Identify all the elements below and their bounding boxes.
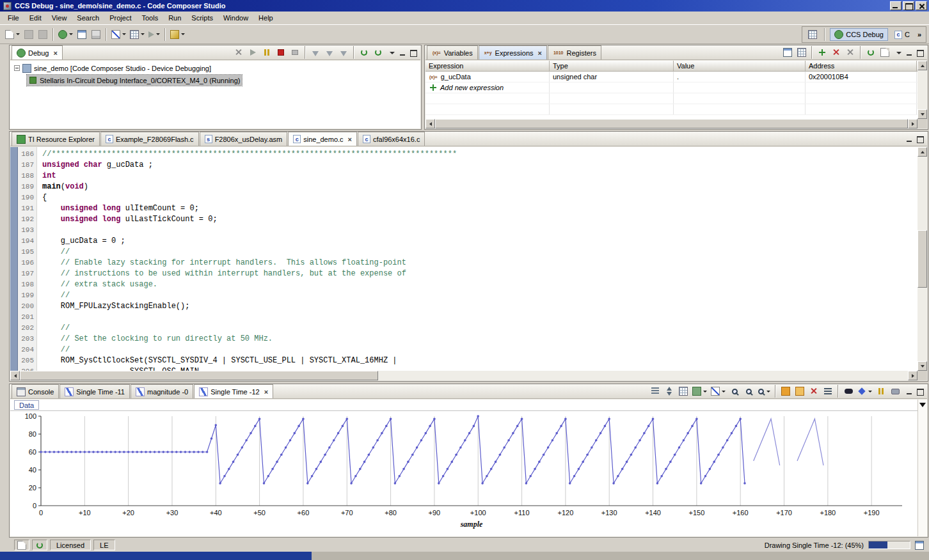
scroll-down-button[interactable] (917, 361, 927, 371)
tab-close-icon[interactable]: × (264, 388, 268, 396)
zoom-mode-button[interactable] (756, 384, 772, 398)
new-wizard-button[interactable] (3, 27, 22, 42)
editor-horizontal-scrollbar[interactable] (10, 371, 917, 380)
save-all-button[interactable] (36, 27, 50, 42)
new-expression-window-button[interactable] (878, 45, 892, 59)
scrollbar-thumb[interactable] (917, 230, 927, 288)
editor-tab-sine-demo-c[interactable]: csine_demo.c× (288, 132, 357, 146)
perspective-ccs-debug-button[interactable]: CCS Debug (830, 28, 888, 41)
menu-view[interactable]: View (47, 12, 72, 24)
scroll-down-button[interactable] (917, 109, 927, 119)
legend-toggle-button[interactable] (821, 384, 835, 398)
scroll-right-button[interactable] (908, 371, 917, 380)
column-header-type[interactable]: Type (550, 61, 674, 71)
maximize-view-button[interactable] (916, 49, 925, 57)
scroll-right-button[interactable] (908, 119, 917, 128)
step-over-button[interactable] (322, 45, 337, 59)
remove-expression-button[interactable] (829, 45, 843, 59)
perspective-c-button[interactable]: c C (890, 29, 914, 41)
scrollbar-thumb[interactable] (20, 371, 378, 380)
bottom-tab-single-time-11[interactable]: Single Time -11 (60, 384, 130, 398)
editor-tab-cfal96x64x16-c[interactable]: ccfal96x64x16.c (358, 132, 425, 146)
view-menu-icon[interactable] (388, 49, 396, 57)
scroll-up-button[interactable] (917, 61, 927, 70)
progress-view-icon[interactable] (915, 541, 924, 550)
expressions-tab-registers[interactable]: 1010Registers (548, 45, 601, 59)
menu-help[interactable]: Help (253, 12, 278, 24)
view-menu-icon[interactable] (894, 49, 903, 57)
code-lines[interactable]: //**************************************… (37, 147, 917, 371)
editor-vertical-scrollbar[interactable] (917, 147, 927, 371)
add-graph-button[interactable] (709, 384, 727, 398)
maximize-view-button[interactable] (916, 387, 925, 396)
show-type-names-button[interactable] (781, 45, 795, 59)
import-graph-button[interactable] (793, 384, 807, 398)
add-expression-row[interactable]: Add new expression (425, 82, 917, 93)
menu-tools[interactable]: Tools (136, 12, 163, 24)
print-button[interactable] (89, 27, 103, 42)
connect-target-button[interactable] (75, 27, 89, 42)
export-graph-button[interactable] (779, 384, 793, 398)
menu-edit[interactable]: Edit (24, 12, 47, 24)
step-return-button[interactable] (337, 45, 351, 59)
sort-data-button[interactable] (648, 384, 662, 398)
expressions-vertical-scrollbar[interactable] (917, 61, 927, 119)
marker-mode-button[interactable] (855, 384, 874, 398)
expression-row[interactable]: (x)=g_ucDataunsigned char.0x200010B4 (425, 72, 917, 82)
minimize-view-button[interactable] (398, 49, 407, 57)
tab-close-icon[interactable]: × (53, 49, 57, 57)
menu-project[interactable]: Project (104, 12, 136, 24)
debug-tab-debug[interactable]: Debug× (12, 45, 63, 59)
debug-tree-row[interactable]: sine_demo [Code Composer Studio - Device… (10, 62, 420, 74)
title-bar[interactable]: CCS Debug - sine_demo/sine_demo.c - Code… (0, 0, 929, 12)
minimize-view-button[interactable] (905, 49, 914, 57)
add-expression-button[interactable] (815, 45, 829, 59)
run-history-button[interactable] (147, 27, 162, 42)
minimize-view-button[interactable] (905, 135, 914, 143)
bottom-tab-single-time-12[interactable]: Single Time -12× (194, 384, 273, 398)
tree-expander-icon[interactable] (14, 65, 20, 71)
menu-window[interactable]: Window (218, 12, 253, 24)
scroll-up-button[interactable] (917, 147, 927, 157)
window-minimize-button[interactable] (890, 1, 901, 10)
display-properties-button[interactable] (690, 384, 709, 398)
save-button[interactable] (22, 27, 36, 42)
minimize-view-button[interactable] (905, 387, 914, 396)
tab-close-icon[interactable]: × (538, 49, 542, 57)
menu-scripts[interactable]: Scripts (186, 12, 218, 24)
terminate-button[interactable] (274, 45, 288, 59)
layout-button[interactable] (795, 45, 809, 59)
maximize-view-button[interactable] (409, 49, 418, 57)
debug-launch-button[interactable] (56, 27, 75, 42)
resume-button[interactable] (246, 45, 260, 59)
menu-file[interactable]: File (3, 12, 24, 24)
align-data-button[interactable] (662, 384, 676, 398)
bottom-tab-console[interactable]: Console (12, 384, 59, 398)
debug-tree-row[interactable]: Stellaris In-Circuit Debug Interface_0/C… (10, 74, 420, 86)
editor-tab-f2806x-usdelay-asm[interactable]: sF2806x_usDelay.asm (200, 132, 288, 146)
maximize-view-button[interactable] (916, 135, 925, 143)
chart-legend-label[interactable]: Data (14, 400, 39, 410)
column-header-address[interactable]: Address (806, 61, 917, 71)
column-header-expression[interactable]: Expression (425, 61, 550, 71)
window-restore-button[interactable] (903, 1, 914, 10)
refresh-target-button[interactable] (371, 45, 385, 59)
find-button[interactable] (841, 384, 855, 398)
perspective-overflow-button[interactable]: » (916, 31, 923, 38)
expressions-horizontal-scrollbar[interactable] (425, 119, 917, 128)
snapshot-button[interactable] (888, 384, 902, 398)
scroll-left-button[interactable] (10, 371, 20, 380)
menu-run[interactable]: Run (163, 12, 186, 24)
expressions-tab-expressions[interactable]: x+yExpressions× (479, 45, 547, 59)
restart-button[interactable] (357, 45, 371, 59)
zoom-out-button[interactable] (742, 384, 756, 398)
reset-graph-button[interactable] (807, 384, 821, 398)
window-close-button[interactable] (916, 1, 927, 10)
disconnect-button[interactable] (288, 45, 302, 59)
memory-view-button[interactable] (128, 27, 147, 42)
editor-tab-ti-resource-explorer[interactable]: TI Resource Explorer (12, 132, 100, 146)
chart-side-scrollbar[interactable] (917, 400, 927, 536)
refresh-values-button[interactable] (864, 45, 878, 59)
scrollbar-thumb[interactable] (435, 119, 908, 128)
highlight-wand-button[interactable] (168, 27, 187, 42)
